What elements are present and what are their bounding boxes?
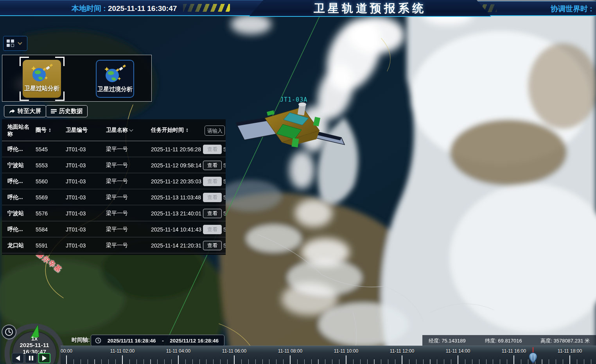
- card-label: 卫星过站分析: [24, 85, 59, 92]
- clock-icon: [5, 328, 13, 336]
- pause-button[interactable]: [25, 353, 37, 363]
- cell-station: 呼伦...: [7, 221, 31, 237]
- utc-time-label: 协调世界时 :: [551, 5, 592, 13]
- cell-station: 宁波站: [7, 205, 31, 221]
- table-body: 呼伦... 5545 JT01-03 梁平一号 2025-11-11 20:56…: [2, 141, 226, 253]
- earth-satellite-icon: [102, 65, 128, 84]
- table-row[interactable]: 宁波站 5553 JT01-03 梁平一号 2025-11-12 09:58:1…: [2, 157, 226, 173]
- cell-circle: 5584: [36, 221, 48, 237]
- app-title: 卫星轨道预报系统: [314, 1, 426, 16]
- sort-icon[interactable]: ▲▼: [48, 128, 51, 133]
- chevron-down-icon: [18, 40, 22, 45]
- tick-line: [402, 355, 402, 364]
- timeline-scrubber[interactable]: 00:00 11-11 02:00 11-11 04:00 11-11 06:0…: [61, 346, 596, 364]
- clock-icon: [95, 337, 101, 344]
- table-row[interactable]: 呼伦... 5584 JT01-03 梁平一号 2025-11-14 10:41…: [2, 221, 226, 237]
- sort-icon[interactable]: ▲▼: [186, 128, 188, 133]
- header-title-bar: 卫星轨道预报系统: [249, 0, 491, 17]
- rewind-icon: [16, 355, 20, 361]
- filter-chevron-icon[interactable]: [129, 128, 133, 132]
- cell-start-time: 2025-11-13 21:40:01: [151, 205, 201, 221]
- col-label: 卫星名称: [106, 127, 128, 134]
- view-button[interactable]: 查看: [203, 241, 222, 250]
- clipped-cell-fragment: 5-: [223, 205, 226, 221]
- cell-sat-id: JT01-03: [66, 141, 86, 157]
- grid-icon: [7, 39, 14, 47]
- range-end: 2025/11/12 16:28:46: [170, 338, 219, 344]
- time-axis-label: 时间轴:: [72, 337, 90, 344]
- table-header: 地面站名称 圈号 ▲▼ 卫星编号 卫星名称 任务开始时间 ▲▼ 务编: [2, 119, 226, 141]
- longitude-label: 经度:: [429, 338, 440, 344]
- view-button[interactable]: 查看: [203, 193, 222, 202]
- col-sat-id: 卫星编号: [66, 119, 88, 141]
- table-row[interactable]: 龙口站 5591 JT01-03 梁平一号 2025-11-14 21:20:3…: [2, 237, 226, 253]
- tick-label: 11-11 06:00: [222, 348, 246, 354]
- animation-widget: 1x 2025-11-11 16:30:47: [0, 322, 70, 364]
- tick-line: [234, 355, 235, 364]
- col-label: 圈号: [36, 127, 47, 134]
- list-icon: [51, 109, 57, 114]
- clipped-cell-fragment: 5-: [223, 221, 226, 237]
- table-row[interactable]: 呼伦... 5560 JT01-03 梁平一号 2025-11-12 20:35…: [2, 173, 226, 189]
- layer-select-button[interactable]: [3, 36, 27, 51]
- cell-sat-name: 梁平一号: [106, 221, 128, 237]
- cell-start-time: 2025-11-11 20:56:28: [151, 141, 201, 157]
- pass-schedule-table: 地面站名称 圈号 ▲▼ 卫星编号 卫星名称 任务开始时间 ▲▼ 务编 呼伦...…: [2, 119, 226, 255]
- range-start: 2025/11/11 16:28:46: [108, 338, 156, 344]
- analysis-mode-panel: 卫星过站分析 卫星过境分析: [2, 55, 152, 102]
- time-range-picker[interactable]: 2025/11/11 16:28:46 - 2025/11/12 16:28:4…: [91, 335, 224, 346]
- view-button[interactable]: 查看: [203, 177, 222, 186]
- view-button[interactable]: 查看: [203, 209, 222, 218]
- task-filter-input[interactable]: [205, 126, 225, 136]
- play-button[interactable]: [38, 353, 50, 363]
- col-start-time: 任务开始时间 ▲▼: [151, 119, 188, 141]
- cell-circle: 5545: [36, 141, 48, 157]
- satellite-name-label[interactable]: JT1-03A: [280, 96, 307, 103]
- cursor-position-bar: 经度: 75.143189 纬度: 69.817016 高度: 3578087.…: [422, 335, 596, 346]
- latitude-value: 69.817016: [498, 338, 522, 344]
- cell-start-time: 2025-11-13 11:03:48: [151, 189, 201, 205]
- step-back-button[interactable]: [12, 353, 24, 363]
- tick-line: [346, 355, 346, 364]
- altitude-value: 3578087.231 米: [553, 338, 590, 344]
- goto-bigscreen-button[interactable]: 转至大屏: [4, 105, 46, 117]
- cell-sat-name: 梁平一号: [106, 237, 128, 253]
- cell-start-time: 2025-11-14 10:41:43: [151, 221, 201, 237]
- view-button[interactable]: 查看: [203, 161, 222, 170]
- tick-label: 11-11 04:00: [166, 348, 190, 354]
- current-time-marker[interactable]: [528, 352, 538, 364]
- longitude-value: 75.143189: [442, 338, 465, 344]
- col-label: 任务开始时间: [151, 127, 184, 134]
- decor-slashes-left: [183, 4, 230, 12]
- table-row[interactable]: 呼伦... 5545 JT01-03 梁平一号 2025-11-11 20:56…: [2, 141, 226, 157]
- range-separator: -: [162, 338, 164, 344]
- view-button[interactable]: 查看: [203, 145, 222, 154]
- tick-label: 11-11 16:00: [502, 348, 526, 354]
- table-row[interactable]: 宁波站 5576 JT01-03 梁平一号 2025-11-13 21:40:0…: [2, 205, 226, 221]
- card-pass-station-analysis[interactable]: 卫星过站分析: [23, 60, 61, 98]
- cell-sat-id: JT01-03: [66, 189, 86, 205]
- tick-label: 11-11 18:00: [558, 348, 582, 354]
- tick-label: 11-11 12:00: [390, 348, 414, 354]
- play-icon: [42, 355, 47, 361]
- realtime-clock-button[interactable]: [2, 325, 16, 339]
- cell-sat-name: 梁平一号: [106, 173, 128, 189]
- local-time-value: 2025-11-11 16:30:47: [108, 4, 177, 13]
- tick-label: 11-11 08:00: [278, 348, 302, 354]
- tick-line: [122, 355, 123, 364]
- col-label: 卫星编号: [66, 127, 88, 134]
- button-label: 历史数据: [59, 108, 83, 115]
- cell-sat-name: 梁平一号: [106, 205, 128, 221]
- tick-label: 11-11 14:00: [446, 348, 470, 354]
- tick-label: 11-11 02:00: [110, 348, 135, 354]
- clipped-cell-fragment: 5-: [223, 189, 226, 205]
- cell-circle: 5591: [36, 237, 48, 253]
- satellite-model[interactable]: [233, 101, 350, 156]
- view-button[interactable]: 查看: [203, 225, 222, 234]
- cell-station: 呼伦...: [7, 141, 31, 157]
- pause-icon: [29, 356, 33, 360]
- history-data-button[interactable]: 历史数据: [46, 105, 88, 117]
- table-row[interactable]: 呼伦... 5569 JT01-03 梁平一号 2025-11-13 11:03…: [2, 189, 226, 205]
- card-transit-analysis[interactable]: 卫星过境分析: [96, 60, 134, 98]
- share-arrow-icon: [9, 109, 15, 114]
